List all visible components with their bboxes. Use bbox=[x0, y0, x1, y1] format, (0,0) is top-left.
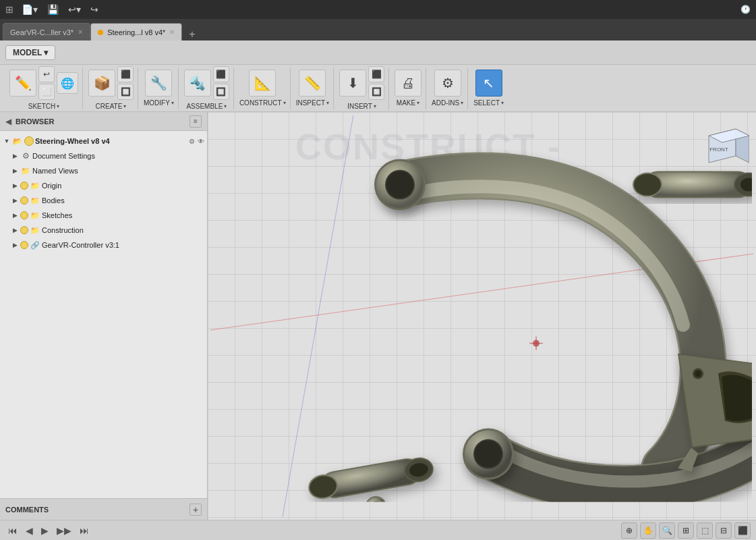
tree-item-sketches[interactable]: ▶ 📁 Sketches bbox=[0, 208, 207, 223]
browser-collapse-button[interactable]: ◀ bbox=[5, 117, 11, 126]
doc-settings-icon: ⚙ bbox=[20, 151, 31, 161]
tree-item-construction[interactable]: ▶ 📁 Construction bbox=[0, 223, 207, 238]
inspect-main-icon[interactable]: 📏 bbox=[299, 70, 326, 97]
toolbar-group-modify: 🔧 MODIFY ▾ bbox=[140, 68, 179, 109]
root-folder-icon: 📂 bbox=[12, 136, 23, 146]
browser-bottom: COMMENTS + bbox=[0, 498, 207, 520]
nav-prev-button[interactable]: ◀ bbox=[23, 524, 36, 537]
root-visibility-bulb[interactable] bbox=[24, 136, 34, 146]
bodies-expand[interactable]: ▶ bbox=[11, 196, 19, 205]
construct-main-icon[interactable]: 📐 bbox=[249, 70, 276, 97]
root-visibility-icon: 👁 bbox=[198, 138, 204, 145]
sketch-globe-icon[interactable]: 🌐 bbox=[57, 72, 78, 94]
assemble-sub2[interactable]: 🔲 bbox=[213, 84, 229, 100]
viewport[interactable]: CONSTRUCT - bbox=[208, 112, 756, 520]
nav-first-button[interactable]: ⏮ bbox=[5, 524, 20, 537]
gearvr-bulb[interactable] bbox=[20, 241, 28, 249]
construction-bulb[interactable] bbox=[20, 226, 28, 234]
tree-root-item[interactable]: ▼ 📂 Steering-Wheel v8 v4 ⚙ 👁 bbox=[0, 134, 207, 148]
tab-gearvr-label: GearVR-C...ller v3* bbox=[10, 28, 74, 36]
redo-button[interactable]: ↪ bbox=[88, 3, 101, 16]
named-views-folder-icon: 📁 bbox=[20, 165, 31, 176]
browser-panel: ◀ BROWSER ≡ ▼ 📂 Steering-Wheel v8 v4 ⚙ 👁… bbox=[0, 112, 208, 520]
model-3d-svg bbox=[266, 144, 752, 502]
tab-gearvr-close[interactable]: ✕ bbox=[78, 28, 83, 36]
insert-label: INSERT ▾ bbox=[347, 103, 376, 110]
file-menu-button[interactable]: 📄▾ bbox=[19, 3, 40, 16]
tab-gearvr[interactable]: GearVR-C...ller v3* ✕ bbox=[3, 23, 90, 40]
nav-orbit-icon[interactable]: ⊕ bbox=[621, 522, 637, 539]
named-views-label: Named Views bbox=[32, 167, 204, 175]
insert-sub1[interactable]: ⬛ bbox=[368, 66, 384, 82]
svg-point-26 bbox=[695, 371, 701, 377]
nav-next-button[interactable]: ▶▶ bbox=[54, 524, 74, 537]
nav-pan-icon[interactable]: ✋ bbox=[640, 522, 656, 539]
model-dropdown-button[interactable]: MODEL ▾ bbox=[5, 45, 55, 60]
tab-steering[interactable]: Steering...l v8 v4* ✕ bbox=[90, 23, 182, 40]
nav-play-button[interactable]: ▶ bbox=[38, 524, 51, 537]
nav-display2-icon[interactable]: ⊟ bbox=[716, 522, 732, 539]
title-bar-clock: 🕐 bbox=[740, 5, 751, 14]
tab-steering-close[interactable]: ✕ bbox=[169, 28, 175, 36]
create-box-icon[interactable]: 📦 bbox=[88, 70, 115, 97]
tree-item-bodies[interactable]: ▶ 📁 Bodies bbox=[0, 193, 207, 208]
origin-folder-icon: 📁 bbox=[30, 180, 40, 191]
assemble-sub1[interactable]: ⬛ bbox=[213, 66, 229, 82]
svg-text:FRONT: FRONT bbox=[709, 146, 728, 153]
tree-item-origin[interactable]: ▶ 📁 Origin bbox=[0, 178, 207, 193]
tree-item-gearvr[interactable]: ▶ 🔗 GearVR-Controller v3:1 bbox=[0, 238, 207, 252]
title-bar: ⊞ 📄▾ 💾 ↩▾ ↪ 🕐 bbox=[0, 0, 756, 19]
modify-label: MODIFY ▾ bbox=[144, 99, 174, 107]
toolbar-group-construct: 📐 CONSTRUCT ▾ bbox=[235, 68, 291, 109]
toolbar-top: MODEL ▾ bbox=[0, 40, 756, 65]
modify-main-icon[interactable]: 🔧 bbox=[145, 70, 172, 97]
save-button[interactable]: 💾 bbox=[45, 3, 61, 16]
root-expand-icon[interactable]: ▼ bbox=[3, 137, 11, 145]
construction-label: Construction bbox=[42, 226, 204, 234]
svg-rect-16 bbox=[320, 458, 421, 499]
nav-display3-icon[interactable]: ⬛ bbox=[734, 522, 751, 539]
make-icons: 🖨 bbox=[395, 70, 421, 97]
addins-main-icon[interactable]: ⚙ bbox=[434, 70, 461, 97]
origin-expand[interactable]: ▶ bbox=[11, 182, 19, 190]
title-bar-file-icons: 📄▾ 💾 ↩▾ ↪ bbox=[19, 3, 101, 16]
comments-add-button[interactable]: + bbox=[190, 504, 202, 516]
construction-expand[interactable]: ▶ bbox=[11, 226, 19, 234]
sketches-expand[interactable]: ▶ bbox=[11, 211, 19, 219]
undo-button[interactable]: ↩▾ bbox=[65, 3, 84, 16]
root-item-label: Steering-Wheel v8 v4 bbox=[35, 137, 187, 145]
sketches-bulb[interactable] bbox=[20, 211, 28, 219]
tab-steering-label: Steering...l v8 v4* bbox=[107, 28, 165, 36]
sketch-main-icon[interactable]: ✏️ bbox=[9, 70, 36, 97]
doc-settings-label: Document Settings bbox=[32, 152, 204, 160]
tab-add-button[interactable]: + bbox=[185, 28, 199, 40]
nav-zoom-icon[interactable]: 🔍 bbox=[659, 522, 675, 539]
tree-item-named-views[interactable]: ▶ 📁 Named Views bbox=[0, 163, 207, 178]
sketch-rect-icon[interactable]: ⬜ bbox=[38, 84, 55, 100]
toolbar-group-addins: ⚙ ADD-INS ▾ bbox=[428, 68, 468, 109]
comments-label: COMMENTS bbox=[5, 506, 190, 514]
insert-main-icon[interactable]: ⬇ bbox=[339, 70, 366, 97]
create-sub-icon1[interactable]: ⬛ bbox=[117, 66, 134, 82]
create-sub-icon2[interactable]: 🔲 bbox=[117, 84, 134, 100]
nav-display1-icon[interactable]: ⬚ bbox=[697, 522, 713, 539]
doc-settings-expand[interactable]: ▶ bbox=[11, 152, 19, 160]
bodies-bulb[interactable] bbox=[20, 196, 28, 205]
tree-item-doc-settings[interactable]: ▶ ⚙ Document Settings bbox=[0, 148, 207, 163]
nav-zoom-fit-icon[interactable]: ⊞ bbox=[678, 522, 694, 539]
addins-icons: ⚙ bbox=[434, 70, 461, 97]
view-cube[interactable]: FRONT bbox=[695, 119, 749, 173]
gearvr-label: GearVR-Controller v3:1 bbox=[42, 241, 204, 249]
assemble-main-icon[interactable]: 🔩 bbox=[184, 70, 211, 97]
select-main-icon[interactable]: ↖ bbox=[475, 70, 502, 97]
insert-sub2[interactable]: 🔲 bbox=[368, 84, 384, 100]
inspect-label: INSPECT ▾ bbox=[296, 99, 329, 107]
named-views-expand[interactable]: ▶ bbox=[11, 167, 19, 175]
origin-bulb[interactable] bbox=[20, 182, 28, 190]
sketch-undo-icon[interactable]: ↩ bbox=[38, 66, 55, 82]
gearvr-expand[interactable]: ▶ bbox=[11, 241, 19, 249]
browser-search-button[interactable]: ≡ bbox=[190, 115, 202, 128]
create-label: CREATE ▾ bbox=[96, 103, 127, 110]
nav-last-button[interactable]: ⏭ bbox=[77, 524, 92, 537]
make-main-icon[interactable]: 🖨 bbox=[395, 70, 421, 97]
